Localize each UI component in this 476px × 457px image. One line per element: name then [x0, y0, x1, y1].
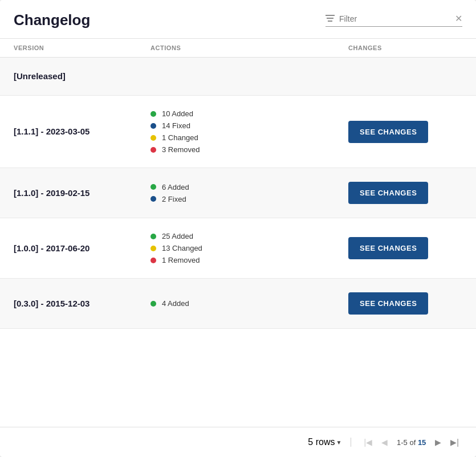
actions-cell: 10 Added14 Fixed1 Changed3 Removed — [150, 109, 348, 154]
red-dot-icon — [150, 147, 156, 153]
see-changes-button[interactable]: SEE CHANGES — [348, 237, 428, 259]
first-page-button[interactable]: |◀ — [360, 435, 376, 449]
version-label: [1.1.1] - 2023-03-05 — [14, 127, 89, 136]
version-label: [1.0.0] - 2017-06-20 — [14, 243, 89, 253]
rows-per-page-dropdown[interactable]: 5 rows ▼ — [308, 437, 341, 447]
action-text: 10 Added — [162, 109, 193, 118]
action-text: 13 Changed — [162, 244, 202, 252]
version-label: [1.1.0] - 2019-02-15 — [14, 188, 89, 198]
version-cell: [Unreleased] — [14, 71, 150, 81]
table-row: [Unreleased] — [0, 58, 476, 96]
action-item: 1 Removed — [150, 256, 348, 264]
yellow-dot-icon — [150, 246, 156, 251]
action-text: 4 Added — [162, 299, 189, 308]
green-dot-icon — [150, 111, 156, 117]
table-header: VERSION ACTIONS CHANGES — [0, 39, 476, 58]
version-cell: [1.1.0] - 2019-02-15 — [14, 188, 150, 198]
version-cell: [0.3.0] - 2015-12-03 — [14, 299, 150, 309]
version-label: [0.3.0] - 2015-12-03 — [14, 299, 89, 308]
page-title: Changelog — [14, 11, 90, 29]
changes-cell: SEE CHANGES — [348, 182, 462, 204]
actions-cell: 25 Added13 Changed1 Removed — [150, 232, 348, 264]
action-text: 14 Fixed — [162, 121, 190, 130]
green-dot-icon — [150, 301, 156, 307]
page-info: 1-5 of 15 — [397, 438, 426, 447]
col-actions-label: ACTIONS — [150, 44, 348, 51]
rows-dropdown-arrow-icon: ▼ — [336, 439, 341, 446]
clear-filter-icon[interactable]: ✕ — [455, 14, 462, 23]
last-page-button[interactable]: ▶| — [447, 435, 462, 449]
page-nav: |◀ ◀ 1-5 of 15 ▶ ▶| — [360, 435, 462, 449]
see-changes-button[interactable]: SEE CHANGES — [348, 121, 428, 143]
action-item: 13 Changed — [150, 244, 348, 252]
page-range: 1-5 of 15 — [397, 438, 426, 447]
next-page-button[interactable]: ▶ — [432, 435, 445, 449]
version-cell: [1.0.0] - 2017-06-20 — [14, 243, 150, 254]
action-item: 25 Added — [150, 232, 348, 240]
red-dot-icon — [150, 258, 156, 263]
col-version-label: VERSION — [14, 44, 150, 51]
header: Changelog ✕ — [0, 0, 476, 39]
action-item: 14 Fixed — [150, 121, 348, 130]
green-dot-icon — [150, 184, 156, 190]
action-text: 2 Fixed — [162, 195, 186, 203]
action-text: 1 Removed — [162, 256, 200, 264]
action-item: 10 Added — [150, 109, 348, 118]
changes-cell: SEE CHANGES — [348, 237, 462, 259]
pagination: 5 rows ▼ |◀ ◀ 1-5 of 15 ▶ ▶| — [0, 427, 476, 457]
actions-cell: 4 Added — [150, 299, 348, 308]
col-changes-label: CHANGES — [348, 44, 462, 51]
changes-cell: SEE CHANGES — [348, 292, 462, 315]
action-item: 2 Fixed — [150, 195, 348, 203]
version-label: [Unreleased] — [14, 71, 66, 81]
action-item: 1 Changed — [150, 133, 348, 142]
filter-input[interactable] — [339, 14, 455, 23]
table-row: [1.0.0] - 2017-06-2025 Added13 Changed1 … — [0, 218, 476, 279]
table-body: [Unreleased][1.1.1] - 2023-03-0510 Added… — [0, 58, 476, 427]
see-changes-button[interactable]: SEE CHANGES — [348, 292, 428, 315]
action-text: 3 Removed — [162, 145, 200, 154]
table-row: [1.1.0] - 2019-02-156 Added2 FixedSEE CH… — [0, 168, 476, 218]
yellow-dot-icon — [150, 135, 156, 141]
action-item: 4 Added — [150, 299, 348, 308]
action-item: 6 Added — [150, 183, 348, 191]
filter-icon — [326, 14, 335, 24]
action-text: 6 Added — [162, 183, 189, 191]
blue-dot-icon — [150, 196, 156, 202]
action-text: 1 Changed — [162, 133, 198, 142]
changes-cell: SEE CHANGES — [348, 121, 462, 143]
blue-dot-icon — [150, 123, 156, 129]
table-row: [1.1.1] - 2023-03-0510 Added14 Fixed1 Ch… — [0, 96, 476, 168]
pagination-divider — [351, 438, 351, 447]
actions-cell: 6 Added2 Fixed — [150, 183, 348, 203]
action-text: 25 Added — [162, 232, 193, 240]
version-cell: [1.1.1] - 2023-03-05 — [14, 127, 150, 137]
green-dot-icon — [150, 234, 156, 239]
changelog-container: Changelog ✕ VERSION ACTIONS CHANGES [Unr… — [0, 0, 476, 457]
prev-page-button[interactable]: ◀ — [378, 435, 391, 449]
action-item: 3 Removed — [150, 145, 348, 154]
filter-wrapper[interactable]: ✕ — [326, 14, 462, 27]
table-row: [0.3.0] - 2015-12-034 AddedSEE CHANGES — [0, 279, 476, 329]
rows-per-page-label: 5 rows — [308, 437, 335, 447]
see-changes-button[interactable]: SEE CHANGES — [348, 182, 428, 204]
